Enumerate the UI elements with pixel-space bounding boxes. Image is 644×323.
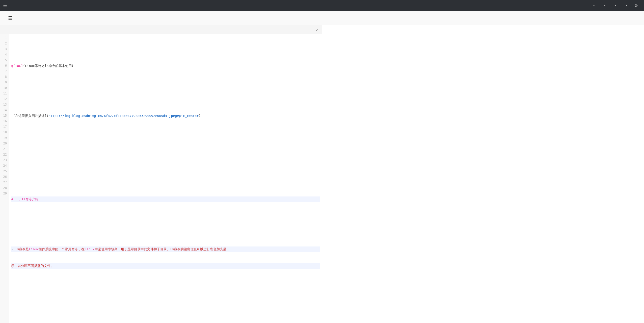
doc-meta (638, 16, 640, 20)
top-nav: ☰ ▼ ▼ ▼ ▼ ⚙ (0, 0, 644, 11)
import-from-button[interactable]: ▼ (621, 0, 631, 11)
chevron-down-icon: ▼ (614, 4, 617, 7)
save-to-button[interactable]: ▼ (610, 0, 621, 11)
editor-panel: ⤢ 1 2 3 4 5 6 7 8 9 10 11 12 13 14 15 16… (0, 25, 322, 323)
chevron-down-icon: ▼ (625, 4, 628, 7)
code-line: ![在这里插入图片描述](https://img-blog.csdnimg.cn… (11, 113, 320, 119)
code-line (11, 230, 320, 235)
code-line (11, 130, 320, 135)
code-editor[interactable]: @[TOC](Linux系统之ls命令的基本使用) ![在这里插入图片描述](h… (9, 34, 322, 323)
code-line (11, 80, 320, 85)
preview-as-button[interactable]: ▼ (588, 0, 599, 11)
code-line (11, 213, 320, 219)
code-line (11, 313, 320, 319)
code-line (11, 96, 320, 102)
chevron-down-icon: ▼ (604, 4, 606, 7)
code-line (11, 180, 320, 185)
code-line: # 一、ls命令介绍 (11, 196, 320, 202)
menu-icon[interactable]: ☰ (3, 3, 7, 8)
nav-actions: ▼ ▼ ▼ ▼ ⚙ (588, 0, 641, 11)
code-line: - ls命令是Linux操作系统中的一个常用命令，在Linux中是使用率较高，用… (11, 246, 320, 252)
code-line (11, 46, 320, 52)
code-line: @[TOC](Linux系统之ls命令的基本使用) (11, 63, 320, 69)
code-line (11, 280, 320, 285)
main-content: ⤢ 1 2 3 4 5 6 7 8 9 10 11 12 13 14 15 16… (0, 25, 644, 323)
doc-title: ☰ (8, 15, 638, 21)
settings-button[interactable]: ⚙ (631, 0, 641, 11)
editor-panel-header: ⤢ (0, 25, 322, 34)
doc-info-bar: ☰ (0, 11, 644, 25)
code-line (11, 163, 320, 169)
editor-content[interactable]: 1 2 3 4 5 6 7 8 9 10 11 12 13 14 15 16 1… (0, 34, 322, 323)
code-line (11, 296, 320, 302)
chevron-down-icon: ▼ (593, 4, 595, 7)
code-line: 示，以分区不同类型的文件。 (11, 263, 320, 269)
line-numbers: 1 2 3 4 5 6 7 8 9 10 11 12 13 14 15 16 1… (0, 34, 9, 323)
code-line (11, 146, 320, 152)
export-as-button[interactable]: ▼ (599, 0, 610, 11)
expand-editor-button[interactable]: ⤢ (316, 28, 319, 32)
